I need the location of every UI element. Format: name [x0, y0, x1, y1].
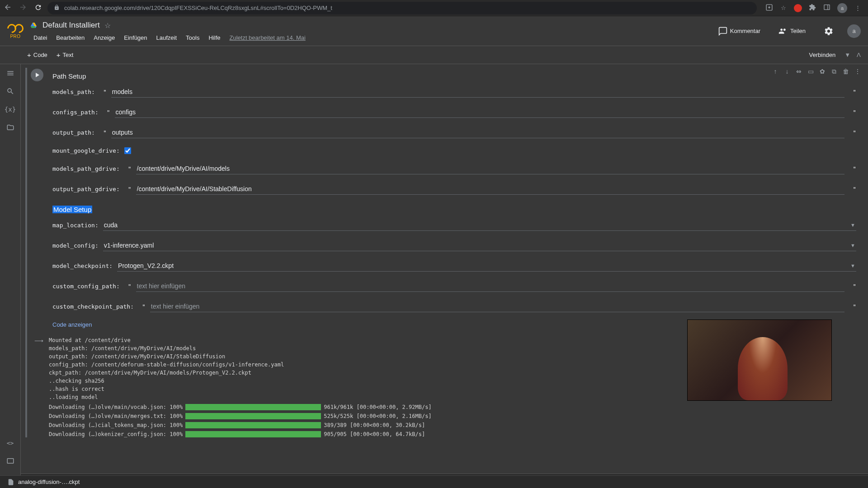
move-down-icon[interactable]: ↓	[782, 66, 792, 77]
settings-button[interactable]	[819, 23, 838, 39]
progress-bar	[185, 422, 321, 428]
notebook-title[interactable]: Default Installiert	[42, 21, 100, 30]
forward-icon[interactable]	[19, 3, 27, 13]
user-avatar[interactable]: a	[847, 24, 861, 38]
colab-header: PRO Default Installiert ☆ Datei Bearbeit…	[0, 16, 868, 46]
param-label: mount_google_drive:	[52, 147, 120, 154]
delete-icon[interactable]: 🗑	[841, 66, 851, 77]
output-path-gdrive-input[interactable]	[136, 183, 845, 195]
chevron-down-icon: ▼	[850, 243, 855, 248]
back-icon[interactable]	[4, 3, 12, 13]
cell-settings-icon[interactable]: ✿	[817, 66, 827, 77]
share-button[interactable]: Teilen	[774, 24, 810, 38]
menu-runtime[interactable]: Laufzeit	[153, 33, 181, 43]
connect-button[interactable]: Verbinden	[805, 49, 840, 61]
svg-rect-3	[7, 459, 14, 464]
mount-gdrive-checkbox[interactable]	[124, 147, 131, 154]
param-label: configs_path:	[52, 109, 99, 116]
param-label: models_path_gdrive:	[52, 165, 120, 172]
toc-icon[interactable]	[6, 69, 15, 78]
progress-bar	[185, 413, 321, 419]
url-text: colab.research.google.com/drive/120CdqpI…	[64, 5, 332, 11]
browser-chrome: colab.research.google.com/drive/120CdqpI…	[0, 0, 868, 16]
models-path-gdrive-input[interactable]	[136, 163, 845, 174]
menu-edit[interactable]: Bearbeiten	[52, 33, 88, 43]
left-sidebar: {x} <>	[0, 64, 21, 488]
custom-config-path-input[interactable]	[136, 281, 845, 292]
cell-more-icon[interactable]: ⋮	[853, 66, 863, 77]
command-palette-icon[interactable]	[6, 456, 15, 465]
search-icon[interactable]	[6, 87, 15, 96]
bookmark-icon[interactable]: ☆	[779, 5, 788, 11]
custom-checkpoint-path-input[interactable]	[150, 301, 844, 312]
menu-view[interactable]: Anzeige	[90, 33, 118, 43]
connect-dropdown-icon[interactable]: ▼	[843, 50, 852, 60]
add-text-button[interactable]: + Text	[52, 48, 78, 61]
colab-logo[interactable]: PRO	[7, 23, 24, 39]
run-button[interactable]	[31, 69, 43, 81]
lock-icon	[54, 5, 60, 12]
models-path-input[interactable]	[111, 86, 844, 98]
progress-bar	[185, 431, 321, 437]
param-label: model_checkpoint:	[52, 263, 113, 269]
mirror-icon[interactable]: ⧉	[829, 66, 839, 77]
comment-cell-icon[interactable]: ▭	[806, 66, 816, 77]
download-progress-row: Downloading (…)olve/main/merges.txt: 100…	[49, 413, 863, 419]
configs-path-input[interactable]	[115, 107, 845, 118]
drive-icon	[30, 22, 38, 29]
browser-menu-icon[interactable]: ⋮	[854, 5, 862, 11]
comment-button[interactable]: Kommentar	[714, 24, 765, 38]
comment-icon	[718, 27, 727, 36]
menu-insert[interactable]: Einfügen	[120, 33, 151, 43]
recording-icon[interactable]	[794, 4, 802, 12]
star-icon[interactable]: ☆	[104, 21, 111, 30]
map-location-select[interactable]: cuda ▼	[103, 220, 856, 231]
add-code-button[interactable]: + Code	[23, 48, 52, 61]
variables-icon[interactable]: {x}	[6, 105, 15, 114]
last-edit[interactable]: Zuletzt bearbeitet am 14. Mai	[226, 33, 309, 43]
menu-help[interactable]: Hilfe	[205, 33, 224, 43]
files-icon[interactable]	[6, 123, 15, 132]
gear-icon	[824, 26, 834, 36]
pro-badge: PRO	[10, 34, 20, 39]
download-progress-row: Downloading (…)olve/main/vocab.json: 100…	[49, 404, 863, 410]
side-panel-icon[interactable]	[823, 4, 831, 12]
param-label: custom_config_path:	[52, 283, 120, 290]
toolbar-chevron-icon[interactable]: ᐱ	[855, 50, 863, 60]
param-label: model_config:	[52, 242, 99, 249]
param-label: output_path:	[52, 129, 95, 136]
url-bar[interactable]: colab.research.google.com/drive/120CdqpI…	[47, 2, 757, 14]
model-checkpoint-select[interactable]: Protogen_V2.2.ckpt ▼	[117, 260, 856, 272]
link-icon[interactable]: ⇔	[794, 66, 804, 77]
file-icon	[7, 479, 14, 486]
downloads-bar: analog-diffusion-….ckpt	[0, 475, 868, 488]
browser-avatar[interactable]: a	[837, 3, 847, 13]
output-path-input[interactable]	[111, 127, 844, 138]
param-label: map_location:	[52, 222, 99, 229]
path-setup-heading: Path Setup	[52, 72, 856, 80]
progress-bar	[185, 404, 321, 410]
download-item[interactable]: analog-diffusion-….ckpt	[7, 479, 80, 486]
download-progress-row: Downloading (…)cial_tokens_map.json: 100…	[49, 422, 863, 428]
chevron-down-icon: ▼	[850, 222, 855, 228]
output-collapse-icon[interactable]: ⟶	[34, 337, 43, 344]
menu-file[interactable]: Datei	[30, 33, 51, 43]
model-setup-heading: Model Setup	[52, 206, 92, 213]
code-snippets-icon[interactable]: <>	[6, 438, 15, 447]
param-label: custom_checkpoint_path:	[52, 303, 134, 310]
reload-icon[interactable]	[34, 4, 42, 13]
cell-toolbar: ↑ ↓ ⇔ ▭ ✿ ⧉ 🗑 ⋮	[769, 65, 863, 78]
param-label: output_path_gdrive:	[52, 186, 120, 192]
share-icon	[778, 27, 788, 36]
svg-rect-1	[824, 5, 830, 10]
chevron-down-icon: ▼	[850, 263, 855, 268]
menu-tools[interactable]: Tools	[182, 33, 203, 43]
webcam-overlay	[687, 319, 832, 401]
param-label: models_path:	[52, 89, 95, 95]
model-config-select[interactable]: v1-inference.yaml ▼	[103, 240, 856, 251]
install-icon[interactable]	[765, 4, 773, 13]
extensions-icon[interactable]	[808, 4, 816, 12]
toolbar: + Code + Text Verbinden ▼ ᐱ	[0, 46, 868, 64]
download-progress-row: Downloading (…)okenizer_config.json: 100…	[49, 431, 863, 437]
move-up-icon[interactable]: ↑	[770, 66, 780, 77]
